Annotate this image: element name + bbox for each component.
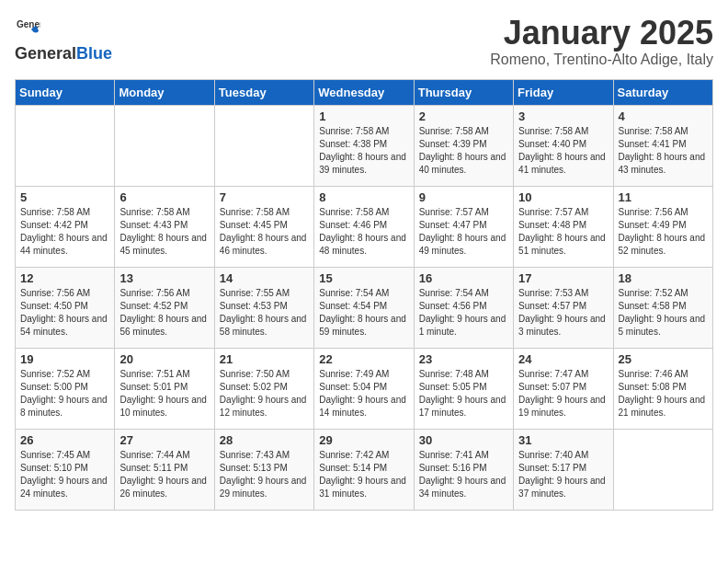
cell-w1-d3: 1Sunrise: 7:58 AMSunset: 4:38 PMDaylight… [314, 105, 414, 186]
day-number: 15 [319, 271, 408, 285]
cell-w5-d4: 30Sunrise: 7:41 AMSunset: 5:16 PMDayligh… [414, 429, 513, 510]
week-row-5: 26Sunrise: 7:45 AMSunset: 5:10 PMDayligh… [16, 429, 713, 510]
day-info: Sunrise: 7:57 AMSunset: 4:48 PMDaylight:… [518, 206, 608, 258]
day-number: 28 [220, 433, 309, 447]
day-info: Sunrise: 7:54 AMSunset: 4:56 PMDaylight:… [419, 287, 508, 339]
cell-w4-d0: 19Sunrise: 7:52 AMSunset: 5:00 PMDayligh… [16, 348, 115, 429]
day-number: 10 [518, 190, 608, 204]
day-info: Sunrise: 7:56 AMSunset: 4:52 PMDaylight:… [119, 287, 209, 339]
day-info: Sunrise: 7:55 AMSunset: 4:53 PMDaylight:… [220, 287, 309, 339]
day-info: Sunrise: 7:43 AMSunset: 5:13 PMDaylight:… [220, 449, 309, 500]
day-number: 22 [319, 352, 408, 366]
day-number: 5 [20, 190, 109, 204]
day-info: Sunrise: 7:56 AMSunset: 4:50 PMDaylight:… [20, 287, 109, 339]
day-info: Sunrise: 7:42 AMSunset: 5:14 PMDaylight:… [319, 449, 408, 500]
col-monday: Monday [115, 79, 214, 105]
day-info: Sunrise: 7:58 AMSunset: 4:39 PMDaylight:… [419, 125, 508, 177]
title-area: January 2025 Romeno, Trentino-Alto Adige… [490, 15, 713, 68]
day-number: 26 [20, 433, 109, 447]
cell-w5-d2: 28Sunrise: 7:43 AMSunset: 5:13 PMDayligh… [214, 429, 313, 510]
day-number: 3 [518, 109, 608, 123]
cell-w4-d3: 22Sunrise: 7:49 AMSunset: 5:04 PMDayligh… [314, 348, 414, 429]
cell-w2-d4: 9Sunrise: 7:57 AMSunset: 4:47 PMDaylight… [414, 186, 513, 267]
cell-w4-d1: 20Sunrise: 7:51 AMSunset: 5:01 PMDayligh… [115, 348, 214, 429]
cell-w4-d2: 21Sunrise: 7:50 AMSunset: 5:02 PMDayligh… [214, 348, 313, 429]
cell-w3-d1: 13Sunrise: 7:56 AMSunset: 4:52 PMDayligh… [115, 267, 214, 348]
cell-w3-d6: 18Sunrise: 7:52 AMSunset: 4:58 PMDayligh… [613, 267, 712, 348]
cell-w3-d3: 15Sunrise: 7:54 AMSunset: 4:54 PMDayligh… [314, 267, 414, 348]
col-saturday: Saturday [613, 79, 712, 105]
cell-w5-d0: 26Sunrise: 7:45 AMSunset: 5:10 PMDayligh… [16, 429, 115, 510]
cell-w4-d6: 25Sunrise: 7:46 AMSunset: 5:08 PMDayligh… [613, 348, 712, 429]
logo-blue: Blue [76, 44, 112, 63]
day-number: 12 [20, 271, 109, 285]
day-number: 23 [419, 352, 508, 366]
day-info: Sunrise: 7:58 AMSunset: 4:40 PMDaylight:… [518, 125, 608, 177]
cell-w1-d0 [16, 105, 115, 186]
day-number: 19 [20, 352, 109, 366]
cell-w1-d5: 3Sunrise: 7:58 AMSunset: 4:40 PMDaylight… [514, 105, 613, 186]
day-number: 17 [518, 271, 608, 285]
cell-w1-d2 [214, 105, 313, 186]
day-info: Sunrise: 7:49 AMSunset: 5:04 PMDaylight:… [319, 368, 408, 419]
cell-w3-d2: 14Sunrise: 7:55 AMSunset: 4:53 PMDayligh… [214, 267, 313, 348]
day-info: Sunrise: 7:58 AMSunset: 4:45 PMDaylight:… [220, 206, 309, 258]
day-info: Sunrise: 7:58 AMSunset: 4:43 PMDaylight:… [119, 206, 209, 258]
cell-w1-d4: 2Sunrise: 7:58 AMSunset: 4:39 PMDaylight… [414, 105, 513, 186]
cell-w4-d4: 23Sunrise: 7:48 AMSunset: 5:05 PMDayligh… [414, 348, 513, 429]
col-wednesday: Wednesday [314, 79, 414, 105]
cell-w2-d0: 5Sunrise: 7:58 AMSunset: 4:42 PMDaylight… [16, 186, 115, 267]
day-number: 1 [319, 109, 408, 123]
cell-w5-d3: 29Sunrise: 7:42 AMSunset: 5:14 PMDayligh… [314, 429, 414, 510]
day-info: Sunrise: 7:46 AMSunset: 5:08 PMDaylight:… [619, 368, 708, 419]
cell-w1-d6: 4Sunrise: 7:58 AMSunset: 4:41 PMDaylight… [613, 105, 712, 186]
day-number: 4 [619, 109, 708, 123]
col-tuesday: Tuesday [214, 79, 313, 105]
calendar-table: Sunday Monday Tuesday Wednesday Thursday… [15, 79, 713, 511]
day-info: Sunrise: 7:54 AMSunset: 4:54 PMDaylight:… [319, 287, 408, 339]
day-info: Sunrise: 7:47 AMSunset: 5:07 PMDaylight:… [518, 368, 608, 419]
day-info: Sunrise: 7:40 AMSunset: 5:17 PMDaylight:… [518, 449, 608, 500]
cell-w2-d3: 8Sunrise: 7:58 AMSunset: 4:46 PMDaylight… [314, 186, 414, 267]
day-info: Sunrise: 7:48 AMSunset: 5:05 PMDaylight:… [419, 368, 508, 419]
day-info: Sunrise: 7:57 AMSunset: 4:47 PMDaylight:… [419, 206, 508, 258]
day-info: Sunrise: 7:53 AMSunset: 4:57 PMDaylight:… [518, 287, 608, 339]
day-number: 6 [119, 190, 209, 204]
col-sunday: Sunday [16, 79, 115, 105]
week-row-4: 19Sunrise: 7:52 AMSunset: 5:00 PMDayligh… [16, 348, 713, 429]
day-number: 29 [319, 433, 408, 447]
day-info: Sunrise: 7:52 AMSunset: 4:58 PMDaylight:… [619, 287, 708, 339]
day-number: 21 [220, 352, 309, 366]
day-info: Sunrise: 7:58 AMSunset: 4:46 PMDaylight:… [319, 206, 408, 258]
day-number: 8 [319, 190, 408, 204]
day-number: 2 [419, 109, 508, 123]
day-info: Sunrise: 7:45 AMSunset: 5:10 PMDaylight:… [20, 449, 109, 500]
cell-w5-d5: 31Sunrise: 7:40 AMSunset: 5:17 PMDayligh… [514, 429, 613, 510]
header-row: Sunday Monday Tuesday Wednesday Thursday… [16, 79, 713, 105]
day-info: Sunrise: 7:58 AMSunset: 4:38 PMDaylight:… [319, 125, 408, 177]
week-row-1: 1Sunrise: 7:58 AMSunset: 4:38 PMDaylight… [16, 105, 713, 186]
day-number: 27 [119, 433, 209, 447]
day-info: Sunrise: 7:58 AMSunset: 4:42 PMDaylight:… [20, 206, 109, 258]
cell-w2-d2: 7Sunrise: 7:58 AMSunset: 4:45 PMDaylight… [214, 186, 313, 267]
page-header: General General Blue January 2025 Romeno… [15, 15, 713, 68]
day-info: Sunrise: 7:41 AMSunset: 5:16 PMDaylight:… [419, 449, 508, 500]
cell-w2-d5: 10Sunrise: 7:57 AMSunset: 4:48 PMDayligh… [514, 186, 613, 267]
cell-w3-d4: 16Sunrise: 7:54 AMSunset: 4:56 PMDayligh… [414, 267, 513, 348]
day-number: 24 [518, 352, 608, 366]
cell-w3-d0: 12Sunrise: 7:56 AMSunset: 4:50 PMDayligh… [16, 267, 115, 348]
day-number: 25 [619, 352, 708, 366]
week-row-3: 12Sunrise: 7:56 AMSunset: 4:50 PMDayligh… [16, 267, 713, 348]
week-row-2: 5Sunrise: 7:58 AMSunset: 4:42 PMDaylight… [16, 186, 713, 267]
day-info: Sunrise: 7:51 AMSunset: 5:01 PMDaylight:… [119, 368, 209, 419]
calendar-subtitle: Romeno, Trentino-Alto Adige, Italy [490, 52, 713, 68]
cell-w2-d1: 6Sunrise: 7:58 AMSunset: 4:43 PMDaylight… [115, 186, 214, 267]
day-number: 31 [518, 433, 608, 447]
logo-icon: General [15, 15, 40, 40]
day-info: Sunrise: 7:44 AMSunset: 5:11 PMDaylight:… [119, 449, 209, 500]
logo: General General Blue [15, 15, 112, 63]
col-friday: Friday [514, 79, 613, 105]
calendar-title: January 2025 [490, 15, 713, 52]
day-number: 9 [419, 190, 508, 204]
day-number: 20 [119, 352, 209, 366]
